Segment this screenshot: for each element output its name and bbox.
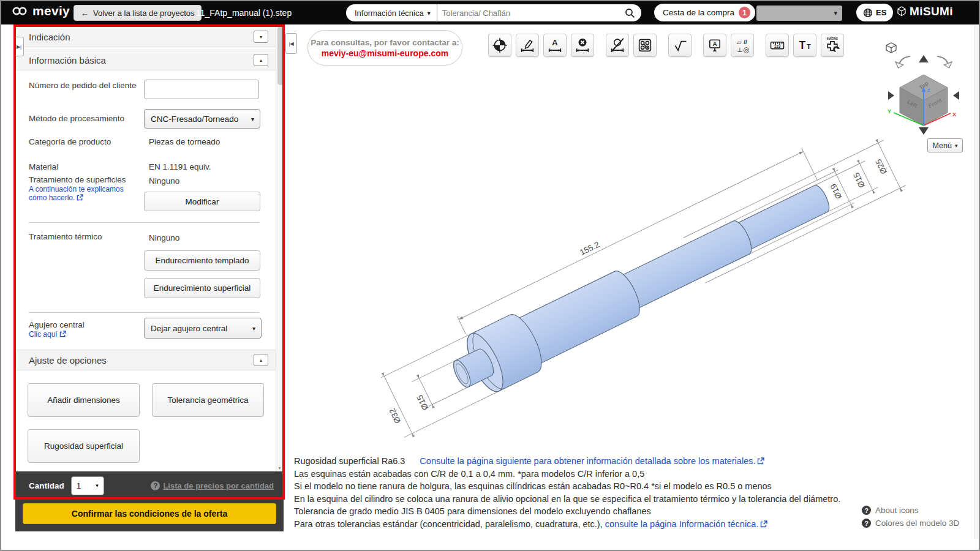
six-views-label: 6VIEWS [827,37,838,40]
materials-info-link[interactable]: Consulte la página siguiente para obtene… [420,456,764,466]
search-category-dropdown[interactable]: Información técnica ▾ [346,4,437,21]
surface-hardening-button[interactable]: Endurecimiento superficial [144,278,260,298]
back-button-label: Volver a la lista de proyectos [93,9,194,18]
language-selector[interactable]: ES [856,4,893,21]
model-viewport[interactable]: 155.2 Ø19 Ø15 Ø25 Ø15 Ø32 [381,130,932,460]
about-icons-text: About icons [875,506,919,515]
scrollbar-down-arrow[interactable]: ▼ [277,466,282,470]
about-icons-link[interactable]: ? About icons [862,506,919,515]
svg-text:◎: ◎ [744,45,750,53]
order-number-input[interactable] [144,80,259,99]
contact-email[interactable]: meviy-eu@misumi-europe.com [322,48,448,58]
quench-hardening-button[interactable]: Endurecimiento templado [144,250,260,271]
brand-name: meviy [32,4,70,18]
technical-info-link[interactable]: consulte la página Información técnica. [605,519,768,529]
search-input[interactable] [437,9,625,18]
external-link-icon [59,331,66,337]
note-groove: Si el modelo no tiene ranura de holgura,… [294,480,974,493]
text-size-icon[interactable]: T T [793,34,816,57]
processing-method-select[interactable]: CNC-Fresado/Torneado ▾ [144,109,260,129]
center-hole-select[interactable]: Dejar agujero central ▾ [144,318,262,339]
misumi-logo: MiSUMi [897,5,953,18]
axis-x-label: X [952,111,956,118]
surface-treatment-label: Tratamiento de superficies [29,175,140,185]
dim-length-label: 155.2 [578,240,601,257]
note-other-tolerances: Para otras tolerancias estándar (concent… [294,519,603,529]
price-list-link[interactable]: ? Lista de precios por cantidad [151,481,274,490]
note-relief: En la esquina del cilindro se coloca una… [294,493,974,506]
external-link-icon [757,457,764,465]
quantity-select[interactable]: 1 ▾ [71,476,104,495]
rotate-up-button[interactable] [919,55,929,62]
section-header-indication: Indicación ▾ [15,26,276,47]
surface-roughness-icon[interactable] [668,34,692,57]
datum-grid-icon[interactable] [633,34,657,57]
geometric-tolerance-icon[interactable]: ▱ // ⊥ ◎ [731,34,754,57]
contact-info-pill: Para consultas, por favor contactar a: m… [307,30,462,66]
add-dimension-icon[interactable] [516,34,539,57]
collapse-left-icon: |◀ [288,41,293,47]
center-hole-link[interactable]: Clic aquí [29,330,66,339]
search-category-label: Información técnica [355,9,424,18]
topbar-select[interactable]: ▾ [756,6,842,21]
modify-button[interactable]: Modificar [144,192,260,211]
material-value: EN 1.1191 equiv. [149,162,211,171]
external-link-icon [77,194,83,201]
center-hole-value: Dejar agujero central [151,324,227,333]
project-filename: 11_FAtp_manual (1).step [196,1,292,24]
surface-roughness-button[interactable]: Rugosidad superficial [28,429,140,463]
note-corners: Las esquinas están acabadas con C/R de 0… [294,468,974,481]
quantity-label: Cantidad [29,481,64,490]
search-icon[interactable] [625,8,635,18]
chevron-down-icon: ▾ [955,143,958,149]
svg-text://: // [744,39,747,45]
processing-method-label: Método de procesamiento [29,114,140,124]
viewer-toolbar: A [488,34,848,57]
hide-dimensions-icon[interactable] [606,34,629,57]
sidebar-scrollbar[interactable]: ▼ [276,24,284,471]
confirm-offer-button[interactable]: Confirmar las condiciones de la oferta [23,503,276,524]
text-dimension-icon[interactable]: A [543,34,567,57]
expand-right-icon: ▶| [17,44,21,50]
surface-treatment-value: Ninguno [149,176,179,186]
collapse-toggle-button[interactable]: ▴ [254,354,268,366]
window-scrollbar[interactable] [974,26,979,539]
cart-count-badge: 1 [739,7,750,18]
scrollbar-thumb[interactable] [277,26,283,85]
rotate-left-icon[interactable] [895,56,910,68]
add-dimensions-button[interactable]: Añadir dimensiones [28,383,140,417]
surface-help-link-line2: cómo hacerlo. [29,193,75,202]
six-views-icon[interactable]: 6VIEWS [821,34,844,57]
menu-label: Menú [933,141,952,150]
surface-help-link[interactable]: A continuación te explicamos cómo hacerl… [29,185,124,202]
model-colors-link[interactable]: ? Colores del modelo 3D [862,519,959,528]
chevron-down-icon: ▾ [252,325,255,332]
geometric-tolerance-button[interactable]: Tolerancia geométrica [152,383,264,417]
language-code: ES [876,8,886,17]
meviy-logo[interactable]: meviy [11,4,70,18]
axis-z-label: Z [927,88,930,92]
meviy-infinity-icon [11,5,29,17]
product-category-label: Categoría de producto [29,137,140,147]
cube-outline-icon[interactable] [886,43,896,53]
shaft-model[interactable] [443,168,840,405]
collapse-toggle-button[interactable]: ▾ [254,31,268,43]
cart-label: Cesta de la compra [663,8,734,17]
view-cube[interactable]: Top Left Front Y X Z [888,75,956,126]
cart-button[interactable]: Cesta de la compra 1 [654,4,755,21]
datum-target-icon[interactable] [488,34,511,57]
measure-icon[interactable]: 123 [766,34,789,57]
rotate-right-step-button[interactable] [953,91,959,100]
viewer-menu-button[interactable]: Menú ▾ [927,138,963,152]
collapse-toggle-button[interactable]: ▴ [254,54,268,66]
rotate-left-step-button[interactable] [888,91,894,100]
sidebar-expand-handle[interactable]: ▶| [14,37,24,56]
annotation-icon[interactable]: A [703,34,726,57]
delete-dimension-icon[interactable] [571,34,594,57]
rotate-right-icon[interactable] [937,56,952,68]
back-to-projects-button[interactable]: ← Volver a la lista de proyectos [74,5,202,21]
contact-intro: Para consultas, por favor contactar a: [311,38,459,47]
sidebar-collapse-handle[interactable]: |◀ [285,33,297,54]
svg-text:⊥: ⊥ [737,46,742,53]
model-colors-text: Colores del modelo 3D [875,519,959,528]
